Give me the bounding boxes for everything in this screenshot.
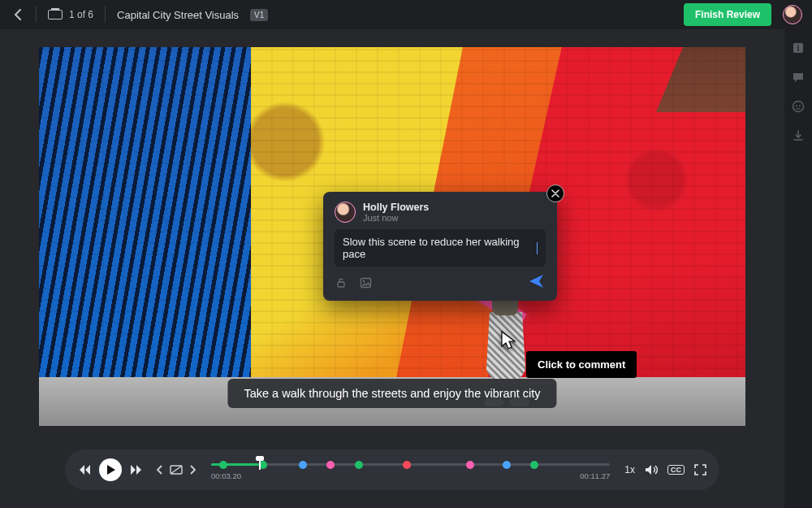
- comment-author-name: Holly Flowers: [363, 202, 429, 213]
- svg-rect-5: [338, 282, 344, 287]
- svg-point-2: [793, 102, 804, 112]
- svg-text:i: i: [797, 44, 800, 53]
- close-comment-button[interactable]: [546, 185, 564, 202]
- divider: [105, 7, 106, 23]
- comment-input[interactable]: Slow this scene to reduce her walking pa…: [335, 229, 546, 267]
- prev-marker-button[interactable]: [156, 465, 162, 475]
- svg-point-3: [796, 105, 797, 106]
- svg-point-7: [362, 280, 364, 282]
- video-viewport[interactable]: Click to comment Take a walk through the…: [39, 47, 745, 426]
- timeline-marker[interactable]: [403, 461, 411, 469]
- cursor-icon: [500, 330, 518, 354]
- closed-captions-button[interactable]: CC: [667, 465, 685, 475]
- project-title: Capital City Street Visuals: [117, 9, 239, 21]
- comment-timestamp: Just now: [363, 213, 429, 223]
- finish-review-button[interactable]: Finish Review: [684, 3, 771, 26]
- info-icon[interactable]: i: [791, 41, 806, 55]
- volume-icon[interactable]: [645, 464, 658, 475]
- next-marker-button[interactable]: [190, 465, 197, 475]
- current-time: 00:03.20: [211, 471, 241, 480]
- total-time: 00:11.27: [580, 471, 610, 480]
- fullscreen-button[interactable]: [694, 464, 706, 475]
- comment-author-avatar: [335, 202, 356, 223]
- right-sidebar: i: [784, 29, 812, 508]
- comment-popover: Holly Flowers Just now Slow this scene t…: [323, 192, 557, 301]
- loop-toggle[interactable]: [169, 464, 184, 475]
- timeline-marker[interactable]: [219, 461, 227, 469]
- send-comment-button[interactable]: [528, 273, 546, 293]
- user-avatar[interactable]: [783, 5, 802, 24]
- timeline-marker[interactable]: [503, 461, 511, 469]
- clip-counter[interactable]: 1 of 6: [48, 9, 93, 20]
- lock-icon[interactable]: [335, 276, 348, 289]
- skip-forward-button[interactable]: [130, 464, 143, 475]
- video-caption: Take a walk through the streets and enjo…: [227, 379, 556, 408]
- download-icon[interactable]: [791, 128, 806, 143]
- svg-point-4: [799, 105, 801, 106]
- timeline-progress: [211, 463, 259, 466]
- playhead[interactable]: [259, 459, 261, 470]
- comment-input-text: Slow this scene to reduce her walking pa…: [343, 236, 535, 260]
- timeline-marker[interactable]: [530, 461, 538, 469]
- timeline-marker[interactable]: [466, 461, 474, 469]
- people-icon[interactable]: [791, 99, 806, 114]
- skip-back-button[interactable]: [78, 464, 91, 475]
- comment-tooltip: Click to comment: [526, 351, 637, 378]
- filmstrip-icon: [48, 10, 63, 20]
- play-button[interactable]: [99, 458, 122, 481]
- playback-speed-button[interactable]: 1x: [624, 464, 635, 475]
- clip-counter-label: 1 of 6: [69, 9, 93, 20]
- timeline-marker[interactable]: [326, 461, 335, 469]
- image-attachment-icon[interactable]: [359, 276, 372, 289]
- back-button[interactable]: [10, 9, 24, 20]
- timeline-marker[interactable]: [299, 461, 307, 469]
- player-controls: 00:03.20 00:11.27 1x CC: [65, 449, 719, 490]
- timeline[interactable]: 00:03.20 00:11.27: [211, 458, 610, 482]
- divider: [36, 7, 37, 23]
- timeline-marker[interactable]: [355, 461, 363, 469]
- version-badge[interactable]: V1: [250, 9, 268, 21]
- comments-icon[interactable]: [791, 70, 806, 85]
